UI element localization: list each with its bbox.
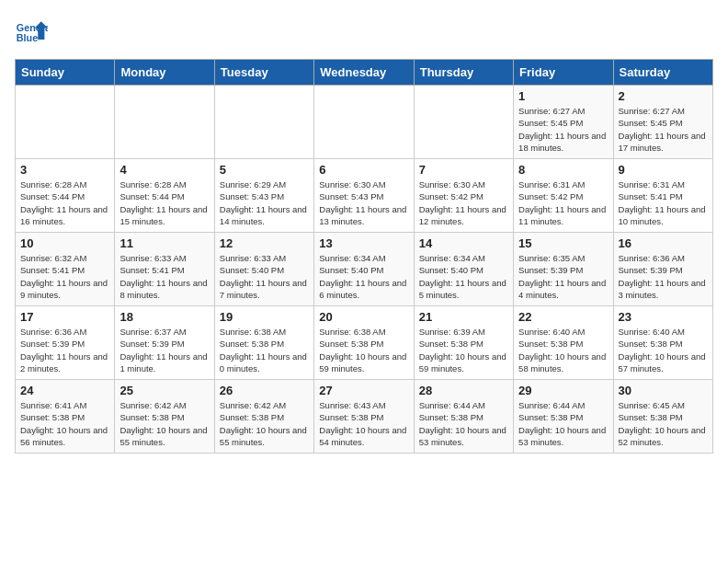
day-number: 9 [619, 163, 708, 177]
calendar-cell: 28Sunrise: 6:44 AM Sunset: 5:38 PM Dayli… [414, 380, 513, 454]
day-info: Sunrise: 6:34 AM Sunset: 5:40 PM Dayligh… [419, 252, 508, 301]
day-number: 28 [419, 384, 508, 397]
calendar-cell: 16Sunrise: 6:36 AM Sunset: 5:39 PM Dayli… [613, 233, 712, 306]
day-info: Sunrise: 6:31 AM Sunset: 5:42 PM Dayligh… [518, 178, 608, 227]
svg-text:Blue: Blue [17, 32, 38, 43]
week-row-2: 10Sunrise: 6:32 AM Sunset: 5:41 PM Dayli… [16, 233, 713, 306]
day-info: Sunrise: 6:42 AM Sunset: 5:38 PM Dayligh… [119, 399, 209, 448]
day-number: 2 [619, 89, 708, 103]
calendar-cell: 2Sunrise: 6:27 AM Sunset: 5:45 PM Daylig… [613, 86, 712, 159]
calendar-cell: 13Sunrise: 6:34 AM Sunset: 5:40 PM Dayli… [314, 233, 414, 306]
calendar-cell: 7Sunrise: 6:30 AM Sunset: 5:42 PM Daylig… [414, 159, 513, 233]
calendar-cell: 12Sunrise: 6:33 AM Sunset: 5:40 PM Dayli… [214, 233, 313, 306]
calendar-cell: 8Sunrise: 6:31 AM Sunset: 5:42 PM Daylig… [514, 159, 613, 233]
day-info: Sunrise: 6:38 AM Sunset: 5:38 PM Dayligh… [220, 326, 309, 374]
calendar-cell: 4Sunrise: 6:28 AM Sunset: 5:44 PM Daylig… [115, 159, 214, 233]
day-number: 5 [220, 163, 309, 177]
calendar-table: SundayMondayTuesdayWednesdayThursdayFrid… [15, 59, 713, 454]
calendar-cell: 10Sunrise: 6:32 AM Sunset: 5:41 PM Dayli… [16, 233, 115, 306]
day-info: Sunrise: 6:32 AM Sunset: 5:41 PM Dayligh… [20, 252, 109, 301]
day-info: Sunrise: 6:38 AM Sunset: 5:38 PM Dayligh… [319, 326, 408, 374]
day-number: 20 [319, 310, 408, 324]
day-info: Sunrise: 6:28 AM Sunset: 5:44 PM Dayligh… [20, 178, 109, 227]
calendar-cell: 26Sunrise: 6:42 AM Sunset: 5:38 PM Dayli… [214, 380, 313, 454]
day-info: Sunrise: 6:35 AM Sunset: 5:39 PM Dayligh… [518, 252, 608, 301]
calendar-cell [115, 86, 214, 159]
logo: General Blue [15, 15, 53, 48]
logo-icon: General Blue [15, 15, 48, 48]
day-number: 23 [619, 310, 708, 324]
day-number: 15 [518, 236, 608, 250]
day-info: Sunrise: 6:29 AM Sunset: 5:43 PM Dayligh… [220, 178, 309, 227]
day-info: Sunrise: 6:37 AM Sunset: 5:39 PM Dayligh… [119, 326, 209, 374]
day-number: 25 [119, 384, 209, 397]
day-number: 18 [119, 310, 209, 324]
day-number: 14 [419, 236, 508, 250]
day-number: 13 [319, 236, 408, 250]
calendar-cell: 27Sunrise: 6:43 AM Sunset: 5:38 PM Dayli… [314, 380, 414, 454]
day-number: 30 [619, 384, 708, 397]
day-info: Sunrise: 6:39 AM Sunset: 5:38 PM Dayligh… [419, 326, 508, 374]
day-info: Sunrise: 6:30 AM Sunset: 5:43 PM Dayligh… [319, 178, 408, 227]
week-row-4: 24Sunrise: 6:41 AM Sunset: 5:38 PM Dayli… [16, 380, 713, 454]
day-number: 21 [419, 310, 508, 324]
day-number: 1 [518, 89, 608, 103]
day-info: Sunrise: 6:43 AM Sunset: 5:38 PM Dayligh… [319, 399, 408, 448]
day-number: 6 [319, 163, 408, 177]
day-info: Sunrise: 6:40 AM Sunset: 5:38 PM Dayligh… [619, 326, 708, 374]
day-number: 10 [20, 236, 109, 250]
day-number: 8 [518, 163, 608, 177]
calendar-cell [16, 86, 115, 159]
calendar-cell: 19Sunrise: 6:38 AM Sunset: 5:38 PM Dayli… [214, 306, 313, 380]
calendar-cell: 30Sunrise: 6:45 AM Sunset: 5:38 PM Dayli… [613, 380, 712, 454]
calendar-cell: 18Sunrise: 6:37 AM Sunset: 5:39 PM Dayli… [115, 306, 214, 380]
day-info: Sunrise: 6:31 AM Sunset: 5:41 PM Dayligh… [619, 178, 708, 227]
col-header-friday: Friday [514, 60, 613, 86]
day-info: Sunrise: 6:34 AM Sunset: 5:40 PM Dayligh… [319, 252, 408, 301]
day-info: Sunrise: 6:33 AM Sunset: 5:41 PM Dayligh… [119, 252, 209, 301]
day-info: Sunrise: 6:42 AM Sunset: 5:38 PM Dayligh… [220, 399, 309, 448]
day-info: Sunrise: 6:36 AM Sunset: 5:39 PM Dayligh… [619, 252, 708, 301]
day-info: Sunrise: 6:44 AM Sunset: 5:38 PM Dayligh… [419, 399, 508, 448]
day-number: 29 [518, 384, 608, 397]
day-info: Sunrise: 6:40 AM Sunset: 5:38 PM Dayligh… [518, 326, 608, 374]
page-header: General Blue [15, 15, 713, 48]
day-number: 7 [419, 163, 508, 177]
week-row-0: 1Sunrise: 6:27 AM Sunset: 5:45 PM Daylig… [16, 86, 713, 159]
calendar-cell [314, 86, 414, 159]
calendar-cell: 5Sunrise: 6:29 AM Sunset: 5:43 PM Daylig… [214, 159, 313, 233]
col-header-wednesday: Wednesday [314, 60, 414, 86]
calendar-cell: 1Sunrise: 6:27 AM Sunset: 5:45 PM Daylig… [514, 86, 613, 159]
col-header-tuesday: Tuesday [214, 60, 313, 86]
col-header-sunday: Sunday [16, 60, 115, 86]
col-header-thursday: Thursday [414, 60, 513, 86]
day-number: 11 [119, 236, 209, 250]
calendar-cell: 3Sunrise: 6:28 AM Sunset: 5:44 PM Daylig… [16, 159, 115, 233]
calendar-cell: 24Sunrise: 6:41 AM Sunset: 5:38 PM Dayli… [16, 380, 115, 454]
calendar-cell: 9Sunrise: 6:31 AM Sunset: 5:41 PM Daylig… [613, 159, 712, 233]
day-info: Sunrise: 6:33 AM Sunset: 5:40 PM Dayligh… [220, 252, 309, 301]
calendar-cell: 25Sunrise: 6:42 AM Sunset: 5:38 PM Dayli… [115, 380, 214, 454]
calendar-cell: 14Sunrise: 6:34 AM Sunset: 5:40 PM Dayli… [414, 233, 513, 306]
day-info: Sunrise: 6:44 AM Sunset: 5:38 PM Dayligh… [518, 399, 608, 448]
day-info: Sunrise: 6:27 AM Sunset: 5:45 PM Dayligh… [518, 105, 608, 154]
calendar-cell: 22Sunrise: 6:40 AM Sunset: 5:38 PM Dayli… [514, 306, 613, 380]
day-info: Sunrise: 6:41 AM Sunset: 5:38 PM Dayligh… [20, 399, 109, 448]
day-number: 26 [220, 384, 309, 397]
day-info: Sunrise: 6:45 AM Sunset: 5:38 PM Dayligh… [619, 399, 708, 448]
day-number: 17 [20, 310, 109, 324]
calendar-cell: 17Sunrise: 6:36 AM Sunset: 5:39 PM Dayli… [16, 306, 115, 380]
col-header-monday: Monday [115, 60, 214, 86]
day-info: Sunrise: 6:28 AM Sunset: 5:44 PM Dayligh… [119, 178, 209, 227]
day-info: Sunrise: 6:27 AM Sunset: 5:45 PM Dayligh… [619, 105, 708, 154]
day-number: 16 [619, 236, 708, 250]
calendar-cell: 29Sunrise: 6:44 AM Sunset: 5:38 PM Dayli… [514, 380, 613, 454]
calendar-cell: 15Sunrise: 6:35 AM Sunset: 5:39 PM Dayli… [514, 233, 613, 306]
calendar-cell: 20Sunrise: 6:38 AM Sunset: 5:38 PM Dayli… [314, 306, 414, 380]
calendar-cell: 6Sunrise: 6:30 AM Sunset: 5:43 PM Daylig… [314, 159, 414, 233]
day-info: Sunrise: 6:36 AM Sunset: 5:39 PM Dayligh… [20, 326, 109, 374]
col-header-saturday: Saturday [613, 60, 712, 86]
day-number: 3 [20, 163, 109, 177]
day-info: Sunrise: 6:30 AM Sunset: 5:42 PM Dayligh… [419, 178, 508, 227]
day-number: 4 [119, 163, 209, 177]
